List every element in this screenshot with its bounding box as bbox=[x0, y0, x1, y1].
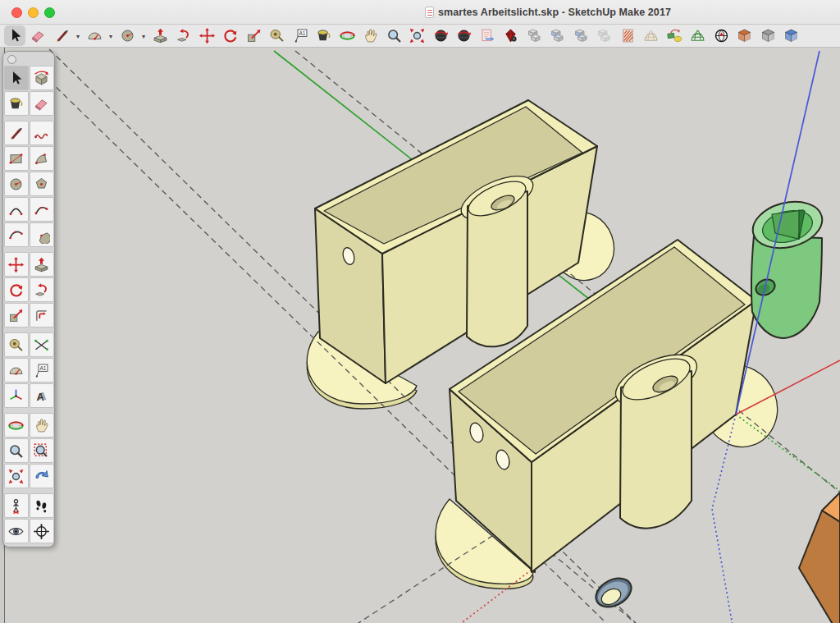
minimize-window-button[interactable] bbox=[28, 7, 39, 18]
dimension-icon bbox=[33, 337, 50, 354]
toolbar-button-line[interactable] bbox=[51, 25, 72, 46]
toolbar-button-follow-me[interactable] bbox=[173, 25, 194, 46]
palette-button-three-point-arc[interactable] bbox=[4, 222, 29, 247]
toolbar-button-tape-measure[interactable] bbox=[267, 25, 288, 46]
toolbar-button-add-location[interactable] bbox=[710, 25, 732, 46]
zoom-icon bbox=[7, 442, 25, 460]
palette-button-polygon[interactable] bbox=[30, 172, 54, 196]
close-window-button[interactable] bbox=[11, 7, 22, 18]
toolbar-button-styles[interactable] bbox=[617, 25, 638, 46]
zoomext-icon bbox=[7, 468, 25, 485]
palette-button-look-around[interactable] bbox=[4, 519, 29, 543]
zoomext-icon bbox=[409, 27, 426, 44]
palette-button-line[interactable] bbox=[4, 121, 29, 145]
palette-button-axes[interactable] bbox=[4, 383, 29, 408]
orbit-icon bbox=[339, 27, 356, 44]
toolbar-button-camera-previous[interactable] bbox=[430, 25, 451, 46]
palette-button-follow-me[interactable] bbox=[30, 277, 54, 302]
palette-button-text[interactable] bbox=[30, 358, 54, 383]
palette-button-paint-bucket[interactable] bbox=[4, 91, 29, 116]
toolbar-button-drape[interactable] bbox=[664, 25, 685, 46]
palette-button-select[interactable] bbox=[4, 66, 29, 90]
toolbar-button-soften-edges[interactable] bbox=[687, 25, 709, 46]
palette-close-button[interactable] bbox=[7, 55, 16, 64]
toolbar-button-hidden-line[interactable] bbox=[570, 25, 591, 46]
toolbar-button-camera-next[interactable] bbox=[454, 25, 475, 46]
toolbar-button-orbit[interactable] bbox=[336, 25, 358, 46]
sectiondoc-icon bbox=[479, 27, 496, 44]
palette-button-eraser[interactable] bbox=[30, 91, 54, 116]
palette-button-move[interactable] bbox=[4, 252, 29, 277]
toolbar-button-zoom[interactable] bbox=[383, 25, 404, 46]
toolbar-button-rotate[interactable] bbox=[220, 25, 241, 46]
zoom-icon bbox=[386, 27, 403, 44]
palette-button-zoom-window[interactable] bbox=[30, 438, 54, 463]
washer-ring[interactable] bbox=[591, 573, 636, 613]
palette-button-arc[interactable] bbox=[4, 197, 29, 222]
toolbar-button-eraser[interactable] bbox=[28, 25, 49, 46]
palette-button-walk[interactable] bbox=[30, 493, 54, 518]
cubestack-icon bbox=[526, 27, 543, 44]
toolbar-button-extension-warehouse[interactable] bbox=[500, 25, 522, 46]
toolbar-button-pan[interactable] bbox=[360, 25, 381, 46]
palette-group-2 bbox=[4, 121, 53, 247]
toolbar-button-move[interactable] bbox=[196, 25, 217, 46]
palette-button-tape-measure[interactable] bbox=[4, 332, 29, 357]
palette-button-make-component[interactable] bbox=[30, 66, 54, 90]
toolbar-button-shaded[interactable] bbox=[594, 25, 615, 46]
toolbar-button-wireframe[interactable] bbox=[547, 25, 568, 46]
palette-header[interactable] bbox=[3, 52, 54, 66]
toolbar-button-paint-bucket[interactable] bbox=[313, 25, 335, 46]
palette-button-pie[interactable] bbox=[30, 222, 54, 247]
palette-button-zoom[interactable] bbox=[4, 438, 29, 463]
palette-button-rectangle[interactable] bbox=[4, 146, 29, 171]
toolbar-button-zoom-extents[interactable] bbox=[407, 25, 428, 46]
palette-button-3d-text[interactable] bbox=[30, 383, 54, 408]
pushpull-icon bbox=[152, 27, 169, 44]
zoom-window-button[interactable] bbox=[44, 7, 55, 18]
cube-icon bbox=[760, 27, 777, 44]
text3d-icon bbox=[33, 387, 50, 405]
dropdown-caret-circle[interactable]: ▾ bbox=[140, 31, 148, 40]
green-knob-cylinder[interactable] bbox=[748, 195, 828, 338]
toolbar-button-shaded-with-textures[interactable] bbox=[734, 25, 756, 46]
toolbar-button-monochrome[interactable] bbox=[757, 25, 778, 46]
palette-button-turn[interactable] bbox=[30, 519, 54, 543]
window-title: smartes Arbeitslicht.skp - SketchUp Make… bbox=[438, 7, 671, 18]
toolbar-button-x-ray[interactable] bbox=[781, 25, 802, 46]
model-viewport[interactable] bbox=[0, 48, 840, 623]
palette-button-offset[interactable] bbox=[30, 303, 54, 328]
dropdown-caret-line[interactable]: ▾ bbox=[75, 31, 82, 40]
orange-box-corner[interactable] bbox=[799, 492, 840, 623]
palette-button-dimensions[interactable] bbox=[30, 332, 54, 357]
toolbar-button-arc[interactable] bbox=[84, 25, 105, 46]
palette-button-position-camera[interactable] bbox=[4, 493, 29, 518]
toolbar-button-circle[interactable] bbox=[116, 25, 138, 46]
palette-button-rotated-rectangle[interactable] bbox=[30, 146, 54, 171]
toolbar-button-select[interactable] bbox=[4, 25, 25, 46]
axes-icon bbox=[7, 387, 25, 405]
toolbar-button-section-plane[interactable] bbox=[477, 25, 498, 46]
palette-button-orbit[interactable] bbox=[4, 413, 29, 437]
palette-button-pan[interactable] bbox=[30, 413, 54, 437]
palette-button-circle[interactable] bbox=[4, 172, 29, 196]
toolbar-button-sandbox-from-scratch[interactable] bbox=[641, 25, 662, 46]
palette-button-previous-view[interactable] bbox=[30, 464, 54, 488]
palette-button-scale[interactable] bbox=[4, 303, 29, 328]
palette-button-zoom-extents[interactable] bbox=[4, 464, 29, 488]
dropdown-caret-arc[interactable]: ▾ bbox=[107, 31, 115, 40]
palette-button-protractor[interactable] bbox=[4, 358, 29, 383]
arcfan-icon bbox=[7, 362, 25, 379]
globe-icon bbox=[713, 27, 730, 44]
palette-button-freehand[interactable] bbox=[30, 121, 54, 145]
toolbar-button-push-pull[interactable] bbox=[149, 25, 171, 46]
palette-button-two-point-arc[interactable] bbox=[30, 197, 54, 222]
followme-icon bbox=[33, 282, 50, 299]
toolbar-button-back-edges[interactable] bbox=[523, 25, 545, 46]
prev-icon bbox=[33, 468, 50, 485]
palette-button-rotate[interactable] bbox=[4, 277, 29, 302]
toolbar-button-scale[interactable] bbox=[243, 25, 264, 46]
orange-front-face[interactable] bbox=[799, 511, 840, 623]
toolbar-button-text[interactable] bbox=[290, 25, 311, 46]
palette-button-push-pull[interactable] bbox=[30, 252, 54, 277]
